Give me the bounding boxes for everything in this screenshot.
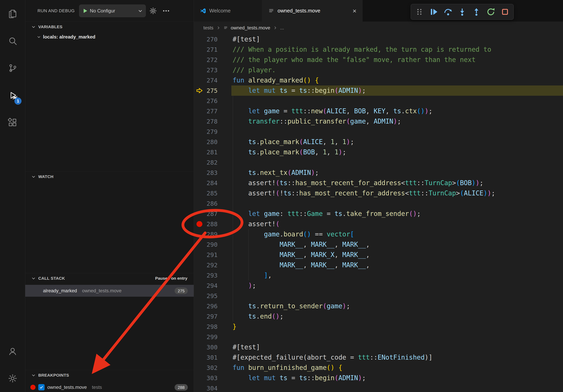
gutter-glyph-margin[interactable] bbox=[194, 198, 205, 209]
gutter-glyph-margin[interactable] bbox=[194, 34, 205, 44]
gutter-glyph-margin[interactable] bbox=[194, 322, 205, 332]
gutter-glyph-margin[interactable] bbox=[194, 250, 205, 260]
section-header-watch[interactable]: WATCH bbox=[25, 171, 194, 182]
gutter-glyph-margin[interactable] bbox=[194, 209, 205, 219]
breakpoint-checkbox[interactable] bbox=[38, 384, 45, 391]
gutter-glyph-margin[interactable] bbox=[194, 239, 205, 250]
activity-item-source-control[interactable] bbox=[0, 54, 25, 82]
toolbar-drag-handle[interactable] bbox=[414, 6, 425, 18]
gutter-glyph-margin[interactable] bbox=[194, 383, 205, 392]
line-number[interactable]: 273 bbox=[205, 65, 218, 75]
line-number[interactable]: 281 bbox=[205, 147, 218, 157]
line-number[interactable]: 288 bbox=[205, 219, 218, 229]
gutter-glyph-margin[interactable] bbox=[194, 178, 205, 188]
gutter-glyph-margin[interactable] bbox=[194, 96, 205, 106]
variables-scope-locals[interactable]: locals: already_marked bbox=[25, 32, 194, 42]
gutter-glyph-margin[interactable] bbox=[194, 373, 205, 383]
line-number[interactable]: 274 bbox=[205, 75, 218, 85]
line-number[interactable]: 278 bbox=[205, 116, 218, 127]
breadcrumb-symbol[interactable]: ... bbox=[280, 25, 284, 31]
line-number[interactable]: 303 bbox=[205, 373, 218, 383]
line-number[interactable]: 296 bbox=[205, 301, 218, 311]
line-number[interactable]: 293 bbox=[205, 270, 218, 280]
debug-configuration-dropdown[interactable]: No Configur bbox=[79, 5, 146, 17]
gutter-glyph-margin[interactable] bbox=[194, 168, 205, 178]
line-number[interactable]: 289 bbox=[205, 229, 218, 239]
line-number[interactable]: 282 bbox=[205, 157, 218, 168]
line-number[interactable]: 299 bbox=[205, 332, 218, 342]
gutter-glyph-margin[interactable] bbox=[194, 106, 205, 116]
gutter-glyph-margin[interactable] bbox=[194, 352, 205, 363]
line-number[interactable]: 295 bbox=[205, 291, 218, 301]
gutter-glyph-margin[interactable] bbox=[194, 116, 205, 127]
gutter-glyph-margin[interactable] bbox=[194, 44, 205, 55]
line-number[interactable]: 280 bbox=[205, 137, 218, 147]
gutter-glyph-margin[interactable] bbox=[194, 147, 205, 157]
line-number[interactable]: 286 bbox=[205, 198, 218, 209]
continue-button[interactable] bbox=[428, 6, 439, 18]
line-number[interactable]: 298 bbox=[205, 322, 218, 332]
gutter-glyph-margin[interactable] bbox=[194, 157, 205, 168]
debug-settings-gear-icon[interactable] bbox=[147, 5, 159, 17]
gutter-glyph-margin[interactable] bbox=[194, 75, 205, 85]
gutter-glyph-margin[interactable] bbox=[194, 229, 205, 239]
stop-button[interactable] bbox=[499, 6, 511, 18]
gutter-glyph-margin[interactable] bbox=[194, 55, 205, 65]
close-tab-icon[interactable]: × bbox=[353, 8, 357, 14]
line-number[interactable]: 270 bbox=[205, 34, 218, 44]
gutter-glyph-margin[interactable] bbox=[194, 363, 205, 373]
line-number[interactable]: 291 bbox=[205, 250, 218, 260]
line-number[interactable]: 287 bbox=[205, 209, 218, 219]
line-number[interactable]: 292 bbox=[205, 260, 218, 270]
activity-item-settings[interactable] bbox=[0, 365, 25, 392]
line-number[interactable]: 284 bbox=[205, 178, 218, 188]
gutter-glyph-margin[interactable] bbox=[194, 260, 205, 270]
line-number[interactable]: 304 bbox=[205, 383, 218, 392]
line-number[interactable]: 301 bbox=[205, 352, 218, 363]
line-number[interactable]: 272 bbox=[205, 55, 218, 65]
section-header-breakpoints[interactable]: BREAKPOINTS bbox=[25, 370, 194, 380]
gutter-glyph-margin[interactable] bbox=[194, 127, 205, 137]
gutter-glyph-margin[interactable] bbox=[194, 219, 205, 229]
line-number[interactable]: 285 bbox=[205, 188, 218, 198]
line-number[interactable]: 275 bbox=[205, 85, 218, 96]
restart-button[interactable] bbox=[485, 6, 497, 18]
gutter-glyph-margin[interactable] bbox=[194, 342, 205, 352]
gutter-glyph-margin[interactable] bbox=[194, 291, 205, 301]
section-header-call-stack[interactable]: CALL STACK Paused on entry bbox=[25, 273, 194, 283]
call-stack-frame-row[interactable]: already_marked owned_tests.move 275 bbox=[25, 285, 194, 297]
line-number[interactable]: 294 bbox=[205, 280, 218, 291]
breadcrumb-folder[interactable]: tests bbox=[203, 25, 213, 31]
gutter-glyph-margin[interactable] bbox=[194, 332, 205, 342]
breakpoint-dot[interactable] bbox=[196, 221, 202, 227]
activity-item-explorer[interactable] bbox=[0, 0, 25, 27]
gutter-glyph-margin[interactable] bbox=[194, 65, 205, 75]
gutter-glyph-margin[interactable] bbox=[194, 188, 205, 198]
gutter-glyph-margin[interactable] bbox=[194, 270, 205, 280]
activity-item-accounts[interactable] bbox=[0, 338, 25, 365]
start-debugging-icon[interactable] bbox=[82, 8, 88, 14]
gutter-glyph-margin[interactable] bbox=[194, 311, 205, 322]
step-over-button[interactable] bbox=[442, 6, 454, 18]
breakpoint-list-item[interactable]: owned_tests.move tests 288 bbox=[25, 382, 194, 392]
activity-item-extensions[interactable] bbox=[0, 109, 25, 136]
line-number[interactable]: 277 bbox=[205, 106, 218, 116]
line-number[interactable]: 297 bbox=[205, 311, 218, 322]
tab-welcome[interactable]: Welcome bbox=[194, 0, 262, 22]
line-number[interactable]: 302 bbox=[205, 363, 218, 373]
line-number[interactable]: 300 bbox=[205, 342, 218, 352]
tab-owned-tests-move[interactable]: owned_tests.move × bbox=[262, 0, 363, 22]
activity-item-run-and-debug[interactable]: 1 bbox=[0, 82, 25, 109]
line-number[interactable]: 276 bbox=[205, 96, 218, 106]
gutter-glyph-margin[interactable] bbox=[194, 280, 205, 291]
code-editor[interactable]: 270#[test]271/// When a position is alre… bbox=[194, 34, 563, 392]
step-into-button[interactable] bbox=[457, 6, 468, 18]
more-actions-icon[interactable] bbox=[160, 5, 172, 17]
line-number[interactable]: 283 bbox=[205, 168, 218, 178]
line-number[interactable]: 290 bbox=[205, 239, 218, 250]
activity-item-search[interactable] bbox=[0, 27, 25, 54]
line-number[interactable]: 279 bbox=[205, 127, 218, 137]
gutter-glyph-margin[interactable] bbox=[194, 137, 205, 147]
gutter-glyph-margin[interactable] bbox=[194, 301, 205, 311]
gutter-glyph-margin[interactable] bbox=[194, 85, 205, 96]
